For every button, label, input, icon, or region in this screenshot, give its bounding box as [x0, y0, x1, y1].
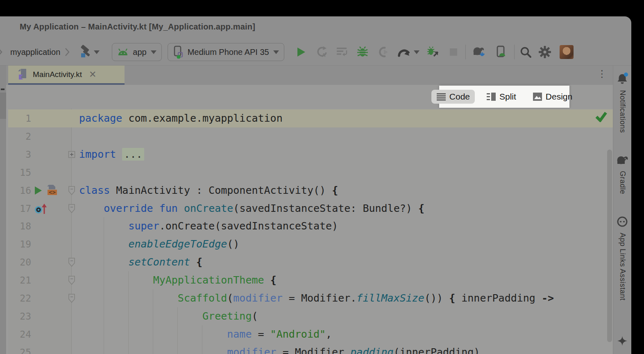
code-line[interactable]: 23 Greeting(: [8, 307, 613, 325]
line-number: 23: [11, 307, 31, 325]
apply-code-changes-button[interactable]: [336, 46, 348, 58]
device-manager-button[interactable]: [495, 45, 508, 59]
line-number: 21: [11, 271, 31, 289]
code-line[interactable]: 20 setContent {: [8, 253, 613, 271]
line-number: 18: [11, 217, 31, 235]
search-everywhere-button[interactable]: [519, 46, 532, 58]
line-number: 1: [11, 109, 31, 127]
run-gutter-icon[interactable]: [34, 186, 43, 195]
debug-restart-icon: [427, 46, 440, 58]
code-line[interactable]: 2: [8, 127, 613, 145]
code-line[interactable]: 1package com.example.myapplication: [8, 109, 613, 127]
gear-icon: [538, 45, 551, 59]
view-mode-split[interactable]: Split: [481, 90, 521, 104]
run-button[interactable]: [295, 46, 306, 58]
overriding-method-icon[interactable]: [34, 202, 48, 215]
gradle-button[interactable]: [615, 154, 629, 168]
code-editor[interactable]: 1package com.example.myapplication23impo…: [6, 109, 613, 354]
code-line[interactable]: 18 super.onCreate(savedInstanceState): [8, 217, 613, 235]
build-button[interactable]: [77, 45, 92, 59]
app-links-assistant-label[interactable]: App Links Assistant: [618, 233, 627, 301]
code-text: setContent {: [74, 253, 202, 271]
breadcrumb-chevron-icon: [64, 48, 70, 57]
line-number: 24: [11, 325, 31, 343]
left-stripe-button[interactable]: [0, 93, 6, 119]
code-text: super.onCreate(savedInstanceState): [74, 217, 338, 235]
attach-debugger-button[interactable]: [377, 46, 389, 58]
right-tool-stripe: Notifications Gradle App Links Assistant: [613, 66, 631, 354]
code-line[interactable]: 19 enableEdgeToEdge(): [8, 235, 613, 253]
code-view-icon: [436, 92, 446, 101]
left-tool-stripe: [0, 66, 7, 354]
profiler-dropdown-caret[interactable]: [414, 50, 420, 54]
device-selector-caret: [273, 50, 279, 54]
compose-component-icon[interactable]: <>: [45, 184, 58, 197]
view-mode-split-label: Split: [499, 92, 516, 102]
view-mode-code[interactable]: Code: [431, 90, 475, 104]
more-options-icon[interactable]: ⋮: [597, 69, 607, 79]
code-text: class MainActivity : ComponentActivity()…: [74, 182, 338, 200]
main-toolbar: myapplication app: [0, 39, 631, 66]
app-links-assistant-button[interactable]: [616, 216, 628, 229]
gemini-button[interactable]: [617, 335, 628, 348]
gradle-label[interactable]: Gradle: [618, 171, 627, 194]
device-selector-label: Medium Phone API 35: [188, 48, 269, 57]
line-number: 16: [11, 182, 31, 200]
debug-button[interactable]: [356, 46, 369, 58]
gradle-elephant-icon: [615, 154, 629, 166]
profile-debug-restart-button[interactable]: [427, 46, 440, 58]
view-mode-design-label: Design: [546, 92, 572, 102]
code-text: enableEdgeToEdge(): [74, 235, 239, 253]
code-text: Greeting(: [74, 307, 258, 325]
code-text: override fun onCreate(savedInstanceState…: [74, 200, 424, 218]
code-line[interactable]: 16<>class MainActivity : ComponentActivi…: [8, 182, 613, 200]
build-dropdown-caret[interactable]: [94, 50, 100, 54]
search-icon: [519, 46, 532, 58]
notifications-bell-icon: [616, 72, 629, 85]
line-number: 19: [11, 235, 31, 253]
ide-window: My Application – MainActivity.kt [My_App…: [0, 16, 631, 354]
code-line[interactable]: 3import ...: [8, 145, 613, 163]
line-number: 25: [11, 343, 31, 354]
gradle-sync-icon: [472, 46, 486, 58]
code-line[interactable]: 24 name = "Android",: [8, 325, 613, 343]
code-text: name = "Android",: [74, 325, 332, 343]
stop-button[interactable]: [448, 47, 459, 57]
code-line[interactable]: 21 MyApplicationTheme {: [8, 271, 613, 289]
gutter-icons[interactable]: <>: [34, 182, 58, 200]
editor-scrollbar[interactable]: [607, 150, 612, 342]
view-mode-design[interactable]: Design: [528, 90, 577, 104]
device-selector[interactable]: Medium Phone API 35: [168, 43, 284, 61]
left-stripe-button[interactable]: [1, 88, 5, 90]
code-line[interactable]: 15: [8, 163, 613, 182]
code-text: Scaffold(modifier = Modifier.fillMaxSize…: [74, 289, 554, 307]
user-avatar[interactable]: [560, 45, 574, 59]
debug-bug-icon: [356, 46, 369, 58]
notifications-button[interactable]: [616, 72, 629, 87]
view-mode-switcher: Code Split Design: [439, 86, 569, 108]
gradle-sync-button[interactable]: [472, 46, 486, 58]
inspections-ok-check-icon[interactable]: [595, 111, 607, 124]
svg-text:<>: <>: [49, 189, 56, 195]
editor-tab-mainactivity[interactable]: MainActivity.kt ✕: [8, 66, 125, 85]
run-configuration-label: app: [133, 48, 146, 57]
window-title: My Application – MainActivity.kt [My_App…: [20, 22, 255, 32]
breadcrumb[interactable]: myapplication: [10, 48, 60, 57]
code-line[interactable]: 25 modifier = Modifier.padding(innerPadd…: [8, 343, 613, 354]
line-number: 2: [11, 127, 31, 145]
view-mode-code-label: Code: [449, 92, 470, 102]
code-line[interactable]: 22 Scaffold(modifier = Modifier.fillMaxS…: [8, 289, 613, 307]
settings-button[interactable]: [538, 45, 551, 59]
gutter-icons[interactable]: [34, 200, 48, 218]
split-view-icon: [486, 92, 496, 101]
apply-changes-button[interactable]: A: [315, 46, 328, 58]
apply-changes-restart-icon: A: [315, 46, 328, 58]
device-manager-icon: [495, 45, 508, 59]
toolbar-separator: [514, 45, 515, 59]
profiler-button[interactable]: [397, 46, 410, 58]
code-line[interactable]: 17 override fun onCreate(savedInstanceSt…: [8, 200, 613, 218]
notifications-label[interactable]: Notifications: [618, 90, 627, 133]
tab-close-icon[interactable]: ✕: [89, 70, 96, 79]
run-configuration-caret: [151, 50, 156, 54]
run-configuration-selector[interactable]: app: [112, 43, 161, 61]
